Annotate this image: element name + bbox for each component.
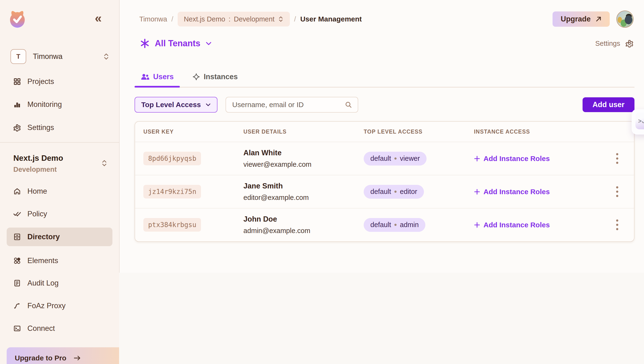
sidebar-item-directory[interactable]: Directory [7,228,112,246]
org-selector[interactable]: T Timonwa [10,49,110,64]
search-input[interactable] [232,100,341,109]
permit-fox-logo [8,10,26,28]
sidebar-item-home[interactable]: Home [7,184,112,199]
table-row: jz14r9kzi75n Jane Smith editor@example.c… [135,175,634,209]
add-instance-roles-link[interactable]: Add Instance Roles [474,188,550,196]
user-details-cell: John Doe admin@example.com [244,215,364,235]
badge-tenant: default [370,221,391,229]
add-instance-roles-label: Add Instance Roles [484,221,550,229]
add-instance-roles-link[interactable]: Add Instance Roles [474,154,550,163]
breadcrumb: Timonwa / Next.js Demo : Development / U… [139,12,552,27]
sidebar-item-elements[interactable]: Elements [7,253,112,268]
project-environment: Development [13,165,57,173]
sidebar-item-settings[interactable]: Settings [7,120,112,135]
workspace-settings-link[interactable]: Settings [595,39,634,48]
sidebar-item-audit-log[interactable]: Audit Log [7,276,112,291]
directory-cabinet-icon [13,233,21,240]
org-initial-avatar: T [10,49,26,64]
sidebar-item-label: Audit Log [28,279,58,287]
user-avatar[interactable] [616,11,634,28]
dot-separator-icon [394,224,396,226]
chevron-down-icon [206,41,212,46]
bar-chart-icon [13,101,21,108]
search-icon[interactable] [345,101,352,108]
proxy-route-icon [13,302,21,309]
badge-role: admin [400,221,419,229]
sidebar-item-label: FoAz Proxy [28,301,66,310]
sidebar-item-connect[interactable]: Connect [7,321,112,336]
sidebar-item-label: Settings [28,123,54,132]
add-instance-roles-link[interactable]: Add Instance Roles [474,221,550,229]
badge-tenant: default [370,154,391,162]
terminal-icon [13,325,21,332]
plus-icon [474,189,480,195]
user-name: Jane Smith [244,182,364,190]
elements-circles-icon [13,257,21,264]
breadcrumb-current-page: User Management [300,15,362,23]
row-menu-button[interactable] [614,185,620,199]
arrow-right-icon [74,355,81,361]
add-user-button[interactable]: Add user [582,97,634,112]
user-search [226,97,358,113]
breadcrumb-project: Next.js Demo [184,15,225,23]
user-name: John Doe [244,215,364,224]
sidebar-item-label: Elements [28,256,58,265]
user-key-chip[interactable]: ptx384krbgsu [144,218,201,232]
tab-users[interactable]: Users [134,67,180,87]
user-key-chip[interactable]: 8pd66jkpyqsb [144,152,201,165]
access-badge[interactable]: default viewer [364,152,426,165]
chevron-up-down-icon[interactable] [101,159,108,167]
gear-icon [626,39,634,48]
chevron-up-down-icon [103,53,110,60]
top-level-access-filter[interactable]: Top Level Access [134,97,218,113]
chevron-up-down-icon [278,16,284,23]
upgrade-button[interactable]: Upgrade [552,12,610,27]
row-menu-button[interactable] [614,218,620,232]
asterisk-icon [140,38,150,48]
table-header-row: USER KEY USER DETAILS TOP LEVEL ACCESS I… [135,122,634,142]
tab-instances[interactable]: Instances [186,67,244,87]
settings-link-label: Settings [595,40,620,48]
project-environment-selector[interactable]: Next.js Demo : Development [178,12,290,27]
upgrade-button-label: Upgrade [561,15,591,23]
gear-icon [13,124,21,131]
title-row: All Tenants Settings [140,36,634,51]
breadcrumb-colon: : [229,15,230,23]
sidebar-item-foaz-proxy[interactable]: FoAz Proxy [7,298,112,313]
sidebar-item-projects[interactable]: Projects [7,74,112,89]
user-details-cell: Jane Smith editor@example.com [244,182,364,202]
dot-separator-icon [394,157,396,159]
row-menu-button[interactable] [614,151,620,166]
column-header-top-level-access: TOP LEVEL ACCESS [364,129,474,135]
access-badge[interactable]: default admin [364,218,425,232]
users-table: USER KEY USER DETAILS TOP LEVEL ACCESS I… [134,121,634,242]
sparkle-icon [193,73,200,80]
projects-grid-icon [13,78,21,85]
dot-separator-icon [394,191,396,193]
access-badge[interactable]: default editor [364,185,424,199]
sidebar-collapse-icon[interactable]: « [95,12,100,24]
sidebar-item-label: Directory [28,233,60,241]
upgrade-to-pro-button[interactable]: Upgrade to Pro [7,347,128,364]
sidebar-item-policy[interactable]: Policy [7,207,112,221]
app-window: « T Timonwa Projects [0,0,644,364]
sidebar-item-monitoring[interactable]: Monitoring [7,97,112,112]
arrow-up-right-icon [596,16,602,22]
sidebar-item-label: Projects [28,77,54,86]
user-email: viewer@example.com [244,160,364,168]
user-email: editor@example.com [244,194,364,202]
upgrade-to-pro-label: Upgrade to Pro [15,354,66,362]
badge-tenant: default [370,188,391,196]
table-row: 8pd66jkpyqsb Alan White viewer@example.c… [135,142,634,175]
sidebar-item-label: Monitoring [28,100,62,109]
chevron-down-icon [206,103,211,107]
plus-icon [474,155,480,162]
tenant-selector[interactable]: All Tenants [140,38,595,48]
filter-label: Top Level Access [141,101,201,109]
user-key-chip[interactable]: jz14r9kzi75n [144,185,201,199]
breadcrumb-org-link[interactable]: Timonwa [139,15,167,23]
badge-role: editor [400,188,417,196]
org-name: Timonwa [33,52,103,61]
column-header-instance-access: INSTANCE ACCESS [474,129,607,135]
widget-handle-button[interactable]: >ᴗ< [636,113,644,129]
